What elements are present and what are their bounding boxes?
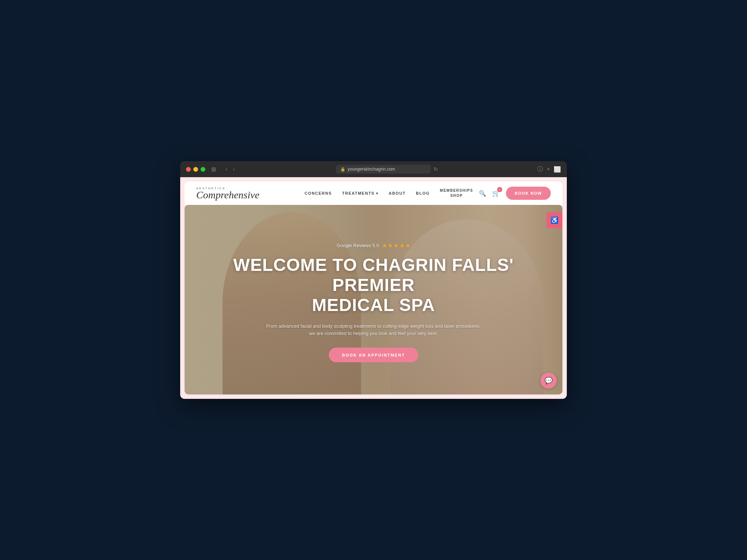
cart-badge: 0 xyxy=(497,187,502,192)
back-button[interactable]: ‹ xyxy=(223,165,229,174)
nav-memberships[interactable]: MEMBERSHIPS SHOP xyxy=(440,188,473,198)
nav-concerns[interactable]: CONCERNS xyxy=(305,191,332,195)
refresh-button[interactable]: ↻ xyxy=(434,166,438,172)
lock-icon: 🔒 xyxy=(340,167,345,172)
nav-links: CONCERNS TREATMENTS ABOUT BLOG xyxy=(305,191,430,195)
star-2: ★ xyxy=(388,242,393,249)
browser-titlebar: ⊞ ‹ › 🔒 youngerskinchagrin.com ↻ ⓘ + ⬜ xyxy=(180,161,567,177)
chat-widget-button[interactable]: 💬 xyxy=(541,373,557,389)
browser-extra-actions: ⓘ + ⬜ xyxy=(537,166,561,173)
url-bar-container: 🔒 youngerskinchagrin.com ↻ xyxy=(241,165,533,174)
cart-button[interactable]: 🛒 0 xyxy=(492,189,500,197)
star-rating: ★ ★ ★ ★ ★ xyxy=(382,242,410,249)
google-reviews-text: Google Reviews 5.0 xyxy=(337,243,379,248)
new-tab-icon[interactable]: + xyxy=(547,166,550,172)
star-1: ★ xyxy=(382,242,387,249)
star-5: ★ xyxy=(405,242,410,249)
google-reviews: Google Reviews 5.0 ★ ★ ★ ★ ★ xyxy=(222,242,525,249)
maximize-button[interactable] xyxy=(201,167,205,172)
nav-treatments[interactable]: TREATMENTS xyxy=(342,191,379,195)
share-icon[interactable]: ⬜ xyxy=(554,166,561,173)
book-appointment-button[interactable]: BOOK AN APPOINTMENT xyxy=(329,348,418,362)
accessibility-button[interactable]: ♿ xyxy=(546,212,562,228)
shop-label: SHOP xyxy=(440,193,473,198)
nav-blog[interactable]: BLOG xyxy=(416,191,430,195)
logo-area[interactable]: AESTHETICS Comprehensive xyxy=(196,187,259,200)
star-4: ★ xyxy=(399,242,405,249)
accessibility-icon: ♿ xyxy=(550,216,558,224)
website-wrapper: AESTHETICS Comprehensive CONCERNS TREATM… xyxy=(180,177,567,399)
memberships-label: MEMBERSHIPS xyxy=(440,188,473,193)
hero-subtitle: From advanced facial and body sculpting … xyxy=(264,322,483,338)
nav-right: MEMBERSHIPS SHOP 🔍 🛒 0 BOOK NOW xyxy=(440,187,551,200)
sidebar-toggle-icon[interactable]: ⊞ xyxy=(211,166,216,173)
hero-title-line1: WELCOME TO CHAGRIN FALLS' PREMIER xyxy=(233,255,514,295)
logo-main: Comprehensive xyxy=(196,190,259,200)
hero-content: Google Reviews 5.0 ★ ★ ★ ★ ★ WELCOME TO … xyxy=(222,242,525,362)
forward-button[interactable]: › xyxy=(231,165,237,174)
close-button[interactable] xyxy=(186,167,191,172)
browser-controls: ‹ › xyxy=(223,165,237,174)
main-navigation: AESTHETICS Comprehensive CONCERNS TREATM… xyxy=(185,182,562,205)
website-inner: AESTHETICS Comprehensive CONCERNS TREATM… xyxy=(185,182,562,394)
info-icon[interactable]: ⓘ xyxy=(537,166,543,173)
traffic-lights xyxy=(186,167,205,172)
star-3: ★ xyxy=(394,242,399,249)
url-bar[interactable]: 🔒 youngerskinchagrin.com xyxy=(336,165,431,174)
url-text: youngerskinchagrin.com xyxy=(348,167,395,172)
chat-icon: 💬 xyxy=(545,377,553,385)
search-button[interactable]: 🔍 xyxy=(479,190,486,197)
browser-window: ⊞ ‹ › 🔒 youngerskinchagrin.com ↻ ⓘ + ⬜ A… xyxy=(180,161,567,399)
book-now-button[interactable]: BOOK NOW xyxy=(506,187,551,200)
nav-about[interactable]: ABOUT xyxy=(389,191,406,195)
hero-title: WELCOME TO CHAGRIN FALLS' PREMIER MEDICA… xyxy=(222,255,525,315)
hero-section: ♿ Google Reviews 5.0 ★ ★ ★ ★ ★ xyxy=(185,205,562,394)
hero-title-line2: MEDICAL SPA xyxy=(312,295,435,315)
minimize-button[interactable] xyxy=(193,167,198,172)
